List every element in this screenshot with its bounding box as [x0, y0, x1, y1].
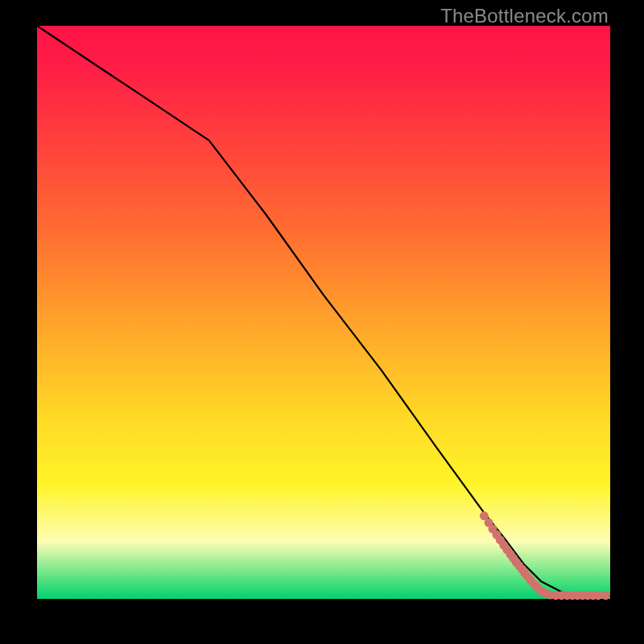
chart-overlay: [37, 26, 610, 599]
scatter-point: [601, 591, 610, 600]
main-curve: [37, 26, 610, 596]
chart-frame: TheBottleneck.com: [0, 0, 644, 644]
plot-area: [37, 26, 610, 599]
scatter-cluster: [480, 511, 610, 600]
watermark-text: TheBottleneck.com: [440, 5, 609, 27]
